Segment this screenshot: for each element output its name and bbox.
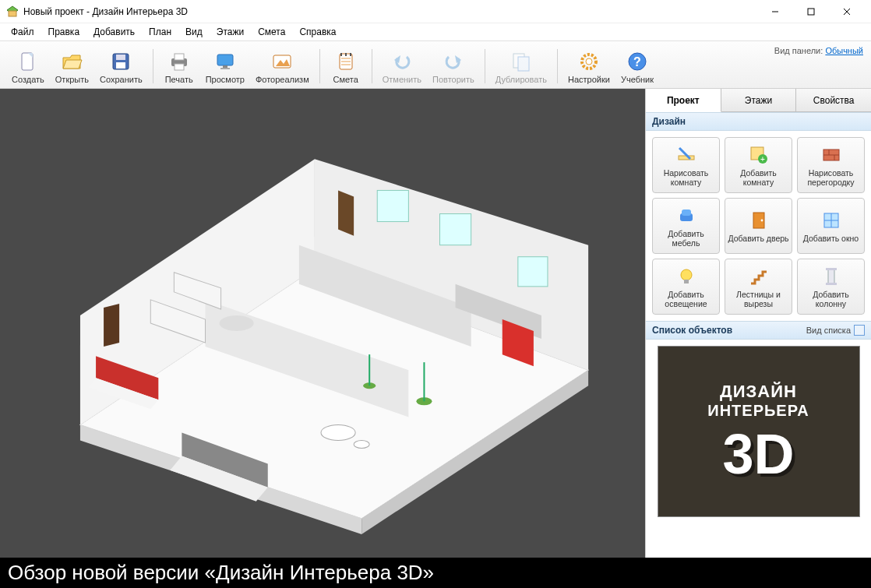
menu-estimate[interactable]: Смета <box>252 25 291 39</box>
redo-icon <box>441 49 466 74</box>
svg-rect-3 <box>808 9 814 15</box>
create-button[interactable]: Создать <box>6 47 50 86</box>
svg-rect-59 <box>377 190 408 221</box>
lightbulb-icon <box>675 265 698 288</box>
gear-icon <box>577 49 601 74</box>
draw-partition-button[interactable]: Нарисовать перегородку <box>797 137 865 193</box>
object-list: ДИЗАЙН ИНТЕРЬЕРА 3D <box>646 340 871 558</box>
toolbar-separator <box>153 49 153 83</box>
toolbar: Создать Открыть Сохранить Печать Просмот… <box>0 40 871 89</box>
draw-room-button[interactable]: Нарисовать комнату <box>652 137 720 193</box>
menu-help[interactable]: Справка <box>293 25 342 39</box>
window-icon <box>820 209 843 232</box>
undo-icon <box>390 49 414 74</box>
photorealism-button[interactable]: Фотореализм <box>250 47 315 86</box>
list-view-label: Вид списка <box>806 326 851 335</box>
svg-marker-57 <box>104 304 119 347</box>
add-furniture-button[interactable]: Добавить мебель <box>652 198 720 254</box>
design-tools: Нарисовать комнату + Добавить комнату На… <box>646 131 871 321</box>
svg-rect-82 <box>826 283 837 285</box>
section-design-header: Дизайн <box>646 112 871 131</box>
right-tabs: Проект Этажи Свойства <box>646 89 871 112</box>
monitor-icon <box>213 49 238 74</box>
settings-button[interactable]: Настройки <box>562 47 615 86</box>
stairs-button[interactable]: Лестницы и вырезы <box>725 259 792 315</box>
svg-rect-29 <box>518 57 529 71</box>
right-panel: Проект Этажи Свойства Дизайн Нарисовать … <box>645 89 871 558</box>
tab-project[interactable]: Проект <box>646 89 721 112</box>
maximize-button[interactable] <box>793 0 829 23</box>
open-button[interactable]: Открыть <box>50 47 94 86</box>
svg-text:+: + <box>760 155 765 164</box>
menubar: Файл Правка Добавить План Вид Этажи Смет… <box>0 23 871 40</box>
manual-button[interactable]: ? Учебник <box>615 47 659 86</box>
svg-rect-16 <box>220 68 230 69</box>
add-column-button[interactable]: Добавить колонну <box>797 259 865 315</box>
svg-marker-26 <box>394 55 400 63</box>
undo-button[interactable]: Отменить <box>377 47 427 86</box>
svg-rect-80 <box>828 269 834 284</box>
pencil-ruler-icon <box>675 143 698 167</box>
svg-point-44 <box>220 315 254 331</box>
add-lighting-button[interactable]: Добавить освещение <box>652 259 720 315</box>
svg-point-74 <box>760 220 763 222</box>
brick-wall-icon <box>820 143 843 167</box>
menu-edit[interactable]: Правка <box>42 25 86 39</box>
video-caption: Обзор новой версии «Дизайн Интерьера 3D» <box>0 558 871 588</box>
svg-rect-79 <box>684 280 689 283</box>
svg-point-49 <box>321 424 355 440</box>
svg-rect-9 <box>116 55 125 60</box>
svg-rect-10 <box>116 62 125 69</box>
menu-file[interactable]: Файл <box>5 25 41 39</box>
add-window-button[interactable]: Добавить окно <box>797 198 865 254</box>
menu-plan[interactable]: План <box>143 25 178 39</box>
viewport-3d[interactable] <box>0 89 645 558</box>
menu-floors[interactable]: Этажи <box>210 25 250 39</box>
svg-rect-13 <box>175 64 184 70</box>
menu-view[interactable]: Вид <box>179 25 209 39</box>
toolbar-separator <box>319 49 320 83</box>
minimize-button[interactable] <box>757 0 793 23</box>
svg-point-31 <box>586 58 592 65</box>
list-view-icon[interactable] <box>854 325 865 336</box>
redo-button[interactable]: Повторить <box>427 47 480 86</box>
duplicate-button[interactable]: Дублировать <box>490 47 552 86</box>
room-plus-icon: + <box>747 143 770 167</box>
column-icon <box>820 265 843 288</box>
add-room-button[interactable]: + Добавить комнату <box>725 137 792 193</box>
tab-floors[interactable]: Этажи <box>721 89 797 111</box>
printer-icon <box>167 49 192 74</box>
duplicate-icon <box>509 49 534 74</box>
svg-rect-23 <box>340 53 342 56</box>
svg-text:?: ? <box>633 55 641 69</box>
folder-open-icon <box>59 49 84 74</box>
svg-rect-14 <box>217 55 233 65</box>
armchair-icon <box>675 204 698 227</box>
svg-rect-15 <box>223 65 227 68</box>
svg-rect-81 <box>826 268 837 270</box>
svg-rect-12 <box>175 54 184 60</box>
promo-panel: ДИЗАЙН ИНТЕРЬЕРА 3D <box>658 346 860 517</box>
svg-rect-25 <box>350 53 351 56</box>
panel-mode-link[interactable]: Обычный <box>825 46 863 55</box>
print-button[interactable]: Печать <box>158 47 200 86</box>
titlebar: Новый проект - Дизайн Интерьера 3D <box>0 0 871 23</box>
notepad-icon <box>333 49 358 74</box>
window-title: Новый проект - Дизайн Интерьера 3D <box>23 6 757 17</box>
svg-marker-58 <box>338 190 354 235</box>
save-button[interactable]: Сохранить <box>94 47 148 86</box>
add-door-button[interactable]: Добавить дверь <box>725 198 792 254</box>
floppy-icon <box>108 49 133 74</box>
estimate-button[interactable]: Смета <box>325 47 367 86</box>
svg-rect-61 <box>518 257 548 287</box>
floorplan-render <box>0 89 645 558</box>
main-area: Проект Этажи Свойства Дизайн Нарисовать … <box>0 89 871 558</box>
close-button[interactable] <box>829 0 865 23</box>
preview-button[interactable]: Просмотр <box>200 47 250 86</box>
menu-add[interactable]: Добавить <box>87 25 141 39</box>
stairs-icon <box>747 265 770 288</box>
panel-mode: Вид панели: Обычный <box>774 46 863 55</box>
tab-properties[interactable]: Свойства <box>796 89 871 111</box>
toolbar-separator <box>372 49 372 83</box>
svg-rect-60 <box>440 214 471 245</box>
